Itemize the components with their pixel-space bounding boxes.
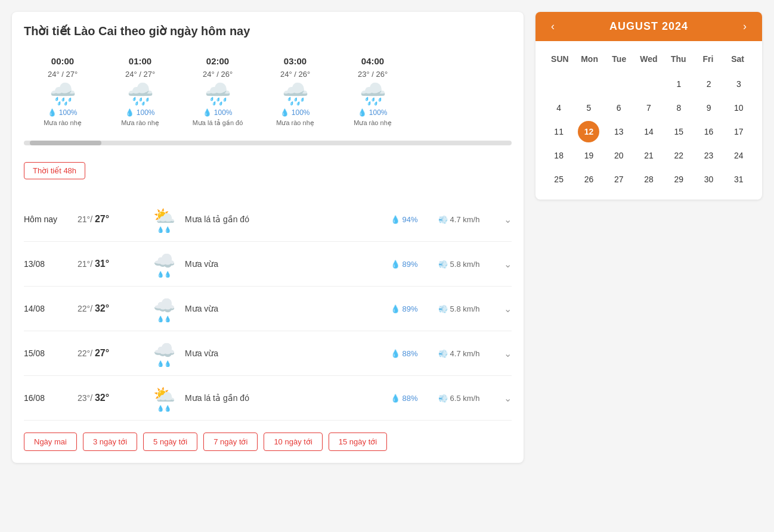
daily-temp: 22°/ 32° [78,303,143,314]
hourly-time: 03:00 [268,56,322,66]
scrollbar-thumb[interactable] [30,141,101,145]
hourly-desc: Mưa rào nhẹ [346,119,400,127]
calendar-header: ‹ AUGUST 2024 › [535,12,762,41]
hourly-item: 00:00 24° / 27° 🌧️ 💧 100% Mưa rào nhẹ [24,50,101,133]
daily-desc: Mưa lá tả gần đó [185,393,385,403]
calendar-day-header: Wed [634,51,664,67]
footer-buttons: Ngày mai3 ngày tới5 ngày tới7 ngày tới10… [24,433,512,451]
daily-wind: 💨 4.7 km/h [438,349,498,358]
daily-icon: ⛅💧💧 [149,384,179,412]
calendar-day[interactable]: 6 [608,97,630,119]
calendar-day[interactable]: 21 [638,145,660,166]
hourly-item: 01:00 24° / 27° 🌧️ 💧 100% Mưa rào nhẹ [101,50,179,133]
calendar-day[interactable]: 25 [548,169,569,190]
hourly-item: 03:00 24° / 26° 🌧️ 💧 100% Mưa rào nhẹ [256,50,334,133]
footer-btn-2[interactable]: 5 ngày tới [143,433,197,451]
calendar-day[interactable]: 4 [548,97,569,119]
daily-date: 16/08 [24,393,72,403]
daily-date: Hôm nay [24,214,72,224]
hourly-precip: 💧 100% [113,108,167,117]
btn-48h[interactable]: Thời tiết 48h [24,162,85,179]
calendar-days-header: SUNMonTueWedThuFriSat [545,51,753,67]
hourly-desc: Mưa lá tả gần đó [191,119,244,127]
calendar-day-header: Sat [723,51,753,67]
calendar-day[interactable]: 26 [578,169,599,190]
daily-desc: Mưa vừa [185,349,385,358]
hourly-time: 00:00 [36,56,89,66]
hourly-desc: Mưa rào nhẹ [36,119,89,127]
calendar-day[interactable]: 31 [728,169,750,190]
calendar-day[interactable]: 1 [668,73,689,95]
footer-btn-4[interactable]: 10 ngày tới [264,433,322,451]
calendar-day[interactable]: 5 [578,97,599,119]
daily-icon: ☁️💧💧 [149,340,179,367]
daily-wind: 💨 5.8 km/h [438,260,498,269]
hourly-precip: 💧 100% [346,108,400,117]
expand-button[interactable]: ⌄ [504,393,512,404]
calendar-day[interactable]: 8 [668,97,689,119]
footer-btn-3[interactable]: 7 ngày tới [203,433,258,451]
daily-precip: 💧 94% [391,215,432,224]
calendar-days-grid: 1234567891011121314151617181920212223242… [545,73,753,190]
calendar-day[interactable]: 29 [668,169,689,190]
calendar-day[interactable]: 15 [668,121,689,142]
expand-button[interactable]: ⌄ [504,259,512,270]
daily-row: 14/08 22°/ 32° ☁️💧💧 Mưa vừa 💧 89% 💨 5.8 … [24,287,512,331]
calendar-day [578,73,599,95]
calendar-day[interactable]: 12 [578,121,599,142]
hourly-item: 04:00 23° / 26° 🌧️ 💧 100% Mưa rào nhẹ [334,50,411,133]
hourly-row: 00:00 24° / 27° 🌧️ 💧 100% Mưa rào nhẹ 01… [24,50,512,133]
calendar-day[interactable]: 11 [548,121,569,142]
daily-row: Hôm nay 21°/ 27° ⛅💧💧 Mưa lá tả gần đó 💧 … [24,197,512,242]
hourly-icon: 🌧️ [346,83,400,105]
hourly-temp: 24° / 26° [191,70,244,79]
hourly-time: 04:00 [346,56,400,66]
calendar-day[interactable]: 2 [698,73,720,95]
expand-button[interactable]: ⌄ [504,348,512,359]
calendar-day[interactable]: 28 [638,169,660,190]
calendar-day[interactable]: 14 [638,121,660,142]
hourly-scroll-wrapper[interactable]: 00:00 24° / 27° 🌧️ 💧 100% Mưa rào nhẹ 01… [24,50,512,136]
hourly-icon: 🌧️ [268,83,322,105]
hourly-desc: Mưa rào nhẹ [113,119,167,127]
calendar-day[interactable]: 20 [608,145,630,166]
hourly-icon: 🌧️ [36,83,89,105]
calendar-day[interactable]: 9 [698,97,720,119]
footer-btn-5[interactable]: 15 ngày tới [329,433,387,451]
calendar-day[interactable]: 23 [698,145,720,166]
calendar-day[interactable]: 13 [608,121,630,142]
next-month-button[interactable]: › [739,20,750,33]
daily-icon: ☁️💧💧 [149,250,179,278]
footer-btn-1[interactable]: 3 ngày tới [83,433,137,451]
calendar-day[interactable]: 7 [638,97,660,119]
calendar-day[interactable]: 24 [728,145,750,166]
calendar-day[interactable]: 17 [728,121,750,142]
calendar-panel: ‹ AUGUST 2024 › SUNMonTueWedThuFriSat 12… [535,12,762,200]
daily-desc: Mưa vừa [185,259,385,269]
scrollbar-track[interactable] [24,141,512,145]
calendar-day [548,73,569,95]
hourly-precip: 💧 100% [191,108,244,117]
hourly-section: 00:00 24° / 27° 🌧️ 💧 100% Mưa rào nhẹ 01… [24,50,512,150]
calendar-day[interactable]: 27 [608,169,630,190]
calendar-day [608,73,630,95]
hourly-time: 01:00 [113,56,167,66]
calendar-day-header: Fri [693,51,723,67]
prev-month-button[interactable]: ‹ [547,20,558,33]
calendar-day[interactable]: 10 [728,97,750,119]
calendar-day[interactable]: 3 [728,73,750,95]
calendar-day[interactable]: 16 [698,121,720,142]
hourly-desc: Mưa rào nhẹ [268,119,322,127]
calendar-day[interactable]: 19 [578,145,599,166]
expand-button[interactable]: ⌄ [504,214,512,225]
calendar-day[interactable]: 22 [668,145,689,166]
expand-button[interactable]: ⌄ [504,303,512,315]
daily-precip: 💧 88% [391,349,432,358]
daily-temp: 22°/ 27° [78,348,143,359]
hourly-temp: 24° / 27° [113,70,167,79]
footer-btn-0[interactable]: Ngày mai [24,433,77,451]
calendar-day[interactable]: 18 [548,145,569,166]
hourly-precip: 💧 100% [36,108,89,117]
calendar-day[interactable]: 30 [698,169,720,190]
calendar-day-header: Mon [575,51,605,67]
